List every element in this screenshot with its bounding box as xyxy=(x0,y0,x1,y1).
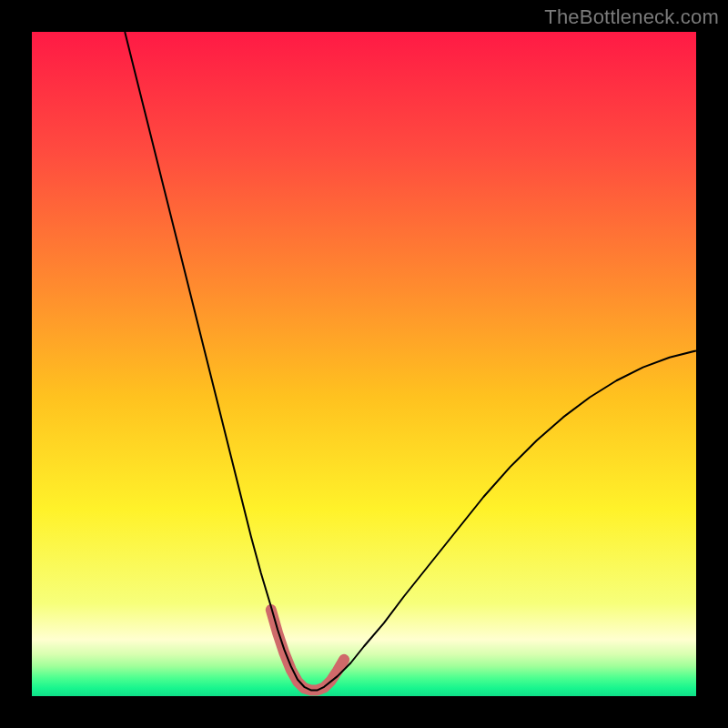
watermark-text: TheBottleneck.com xyxy=(544,5,719,29)
chart-stage: TheBottleneck.com xyxy=(0,0,728,728)
curve-layer xyxy=(32,32,696,696)
plot-area xyxy=(32,32,696,696)
bottleneck-curve-path xyxy=(125,32,696,690)
valley-highlight-path xyxy=(271,610,344,690)
